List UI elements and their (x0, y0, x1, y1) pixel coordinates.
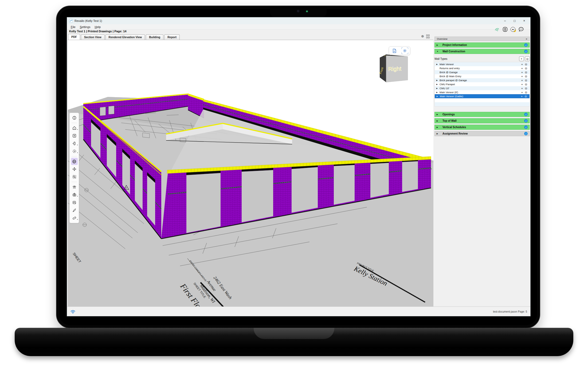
notes-tool-button[interactable] (71, 199, 78, 206)
menu-file[interactable]: File (69, 25, 78, 29)
model-viewport[interactable]: ENTRY CANOPY ABOVE F SHEET 2462 East Was… (68, 40, 433, 306)
visibility-icon[interactable]: ◎ (524, 91, 528, 94)
sync-wifi-icon[interactable] (494, 26, 500, 32)
view-cube[interactable]: Front Right (379, 54, 408, 82)
wall-type-row[interactable]: Returns and entry+◎ (435, 66, 530, 70)
add-view-icon[interactable]: ⊕ (421, 34, 424, 38)
section-openings[interactable]: ▶ Openings i (434, 112, 530, 117)
wall-type-row[interactable]: ▶Main Veneer+◎ (435, 62, 530, 66)
ai-assistant-icon[interactable]: AI (511, 27, 515, 32)
home-icon (72, 126, 76, 130)
tab-report[interactable]: Report (164, 34, 180, 40)
titlebar: Revailo (Kelly Test 1) – □ × (67, 17, 530, 24)
panel-collapse-chevron[interactable]: › (429, 165, 433, 172)
section-project-information[interactable]: ▶ Project Information i (434, 42, 530, 48)
collapsed-arrow-icon: ▶ (437, 44, 442, 46)
visibility-icon[interactable]: ◎ (524, 87, 528, 90)
add-wall-type-button[interactable]: + (519, 56, 524, 61)
info-icon[interactable]: i (524, 43, 528, 47)
wall-type-row[interactable]: ▶Brick parapet @ Garage+◎ (435, 78, 530, 82)
panel-close-icon[interactable]: × (526, 37, 527, 41)
viewport-quick-actions (389, 46, 410, 55)
maximize-button[interactable]: □ (511, 18, 519, 23)
zoom-window-button[interactable] (71, 173, 78, 180)
expanded-arrow-icon: ▼ (437, 50, 442, 52)
tab-section-view[interactable]: Section View (81, 34, 105, 40)
wall-type-row[interactable]: Brick @ Garage+◎ (435, 70, 530, 74)
info-tool-button[interactable] (71, 114, 78, 121)
add-icon[interactable]: + (520, 91, 524, 94)
add-icon[interactable]: + (520, 75, 524, 78)
notes-icon (72, 200, 76, 204)
tab-rendered-elevation-view[interactable]: Rendered Elevation View (105, 34, 145, 40)
add-icon[interactable]: + (520, 95, 524, 98)
close-button[interactable]: × (520, 18, 528, 23)
wall-type-row[interactable]: Brick @ Main Entry+◎ (435, 74, 530, 78)
add-icon[interactable]: + (520, 71, 524, 74)
laptop-notch (270, 6, 327, 17)
orbit-tool-button[interactable] (71, 158, 78, 165)
collapsed-arrow-icon: ▶ (437, 126, 442, 128)
visibility-icon[interactable]: ◎ (524, 75, 528, 78)
breadcrumb: Kelly Test 1 | Printed Drawings | Page: … (69, 30, 126, 33)
info-icon[interactable]: i (524, 50, 528, 53)
menu-settings[interactable]: Settings (78, 25, 93, 29)
visibility-icon[interactable]: ◎ (524, 67, 528, 70)
camera-tool-button[interactable]: ▾ (71, 191, 78, 198)
collapsed-arrow-icon: ▶ (436, 87, 440, 89)
gear-icon (403, 49, 407, 53)
pdf-view-button[interactable] (391, 48, 398, 54)
add-icon[interactable]: + (520, 79, 524, 82)
section-wall-construction[interactable]: ▼ Wall Construction i (434, 49, 530, 54)
save-device-icon[interactable] (503, 27, 507, 32)
info-icon[interactable]: i (524, 132, 528, 135)
wifi-status-icon[interactable] (70, 309, 76, 314)
fit-view-button[interactable] (71, 132, 78, 139)
walkthrough-button[interactable] (71, 183, 78, 191)
view-settings-button[interactable] (401, 48, 408, 54)
wall-type-row[interactable]: ▶Main Veneer (8')+◎ (435, 90, 530, 94)
add-icon[interactable]: + (520, 67, 524, 70)
info-icon[interactable]: i (524, 125, 528, 129)
markup-pen-button[interactable] (71, 207, 78, 214)
bracket (407, 52, 408, 54)
info-icon[interactable]: i (524, 119, 528, 123)
layout-grid-icon[interactable] (426, 34, 429, 38)
section-box-button[interactable]: ▾ (71, 140, 78, 147)
wall-types-list: ▶Main Veneer+◎ Returns and entry+◎ Brick… (434, 62, 530, 107)
tab-pdf[interactable]: PDF (68, 34, 80, 40)
overview-panel: Overview × ▶ Project Information i ▼ Wal… (434, 37, 530, 136)
bracket (407, 48, 408, 49)
ai-badge-label: AI (511, 27, 515, 32)
section-assignment-review[interactable]: ▶ Assignment Review i (434, 131, 530, 136)
tab-building[interactable]: Building (146, 34, 163, 40)
visibility-icon[interactable]: ◎ (524, 79, 528, 82)
menu-help[interactable]: Help (93, 25, 103, 29)
add-icon[interactable]: + (520, 83, 524, 86)
collapsed-arrow-icon: ▶ (437, 120, 442, 122)
add-icon[interactable]: + (520, 87, 524, 90)
app-window: Revailo (Kelly Test 1) – □ × File Settin… (67, 17, 531, 316)
collapsed-arrow-icon: ▶ (436, 63, 440, 65)
section-vertical-schedules[interactable]: ▶ Vertical Schedules i (434, 125, 530, 130)
wall-type-row[interactable]: ▶CMU 10'+◎ (435, 86, 530, 90)
visibility-icon[interactable]: ◎ (524, 71, 528, 74)
focus-selection-button[interactable]: ▾ (71, 148, 78, 155)
home-view-button[interactable]: ▾ (71, 124, 78, 132)
viewport-toolbar: ▾ ▾ ▾ ▾ ▾ (69, 113, 79, 223)
visibility-all-button[interactable]: ◎ (525, 56, 530, 61)
visibility-icon[interactable]: ◎ (524, 83, 528, 86)
eraser-tool-button[interactable]: ▾ (71, 214, 78, 222)
add-icon[interactable]: + (520, 63, 524, 66)
section-top-of-wall[interactable]: ▶ Top of Wall i (434, 118, 530, 123)
minimize-button[interactable]: – (501, 18, 509, 23)
pan-tool-button[interactable] (71, 166, 78, 173)
wall-type-row[interactable]: ▶CMU Parapet+◎ (435, 82, 530, 86)
panel-title: Overview (437, 37, 526, 40)
visibility-icon[interactable]: ◎ (524, 63, 528, 66)
toolbar-divider (72, 123, 77, 123)
visibility-icon[interactable]: ◎ (524, 95, 528, 98)
wall-type-row-selected[interactable]: ▶Main Veneer (Gable)+◎ (435, 94, 530, 98)
chat-icon[interactable] (519, 27, 524, 32)
info-icon[interactable]: i (524, 113, 528, 116)
